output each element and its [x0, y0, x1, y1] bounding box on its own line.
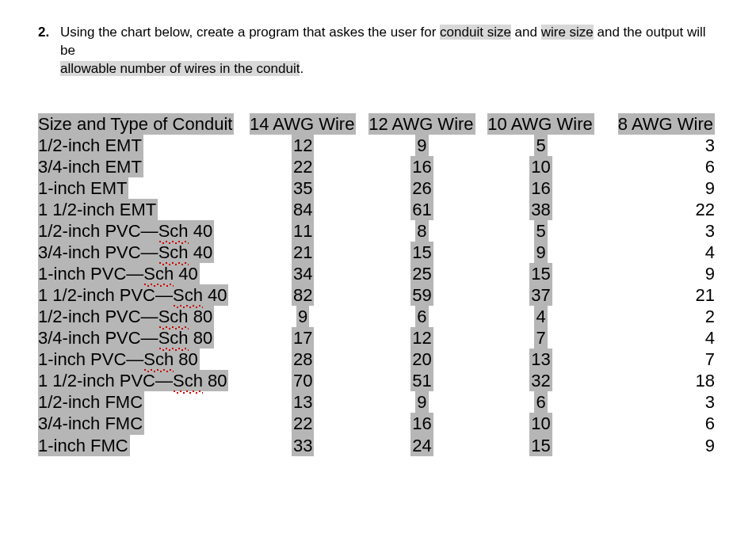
- cell-value: 11: [243, 220, 362, 242]
- cell-value: 9: [601, 177, 718, 199]
- header-14awg: 14 AWG Wire: [243, 113, 362, 135]
- cell-value: 6: [481, 391, 600, 413]
- cell-conduit-label: 1/2-inch PVC—Sch 80: [38, 306, 243, 327]
- cell-value: 10: [481, 156, 600, 177]
- table-row: 3/4-inch EMT2216106: [38, 156, 718, 177]
- data-table-wrap: Size and Type of Conduit 14 AWG Wire 12 …: [38, 113, 718, 456]
- cell-value: 6: [601, 413, 718, 434]
- header-12awg: 12 AWG Wire: [362, 113, 481, 135]
- cell-value: 10: [481, 413, 600, 434]
- cell-value: 15: [481, 263, 600, 284]
- cell-value: 17: [243, 327, 362, 349]
- cell-value: 9: [601, 435, 718, 456]
- q-highlight-wire: wire size: [541, 25, 594, 40]
- cell-value: 16: [362, 156, 481, 177]
- cell-value: 6: [601, 156, 718, 177]
- cell-value: 28: [243, 349, 362, 370]
- table-row: 3/4-inch PVC—Sch 40211594: [38, 242, 718, 263]
- q-post: .: [300, 61, 304, 76]
- cell-value: 12: [243, 135, 362, 156]
- table-row: 1-inch PVC—Sch 802820137: [38, 349, 718, 370]
- header-8awg: 8 AWG Wire: [601, 113, 718, 135]
- table-row: 1/2-inch PVC—Sch 809642: [38, 306, 718, 327]
- table-row: 1/2-inch PVC—Sch 4011853: [38, 220, 718, 242]
- cell-value: 26: [362, 177, 481, 199]
- cell-value: 32: [481, 370, 600, 391]
- cell-value: 16: [362, 413, 481, 434]
- table-body: 1/2-inch EMT129533/4-inch EMT22161061-in…: [38, 135, 718, 456]
- cell-value: 16: [481, 177, 600, 199]
- cell-conduit-label: 1-inch EMT: [38, 177, 243, 199]
- cell-value: 33: [243, 435, 362, 456]
- q-pre: Using the chart below, create a program …: [60, 25, 440, 40]
- cell-value: 25: [362, 263, 481, 284]
- cell-conduit-label: 1 1/2-inch PVC—Sch 80: [38, 370, 243, 391]
- cell-value: 84: [243, 199, 362, 220]
- table-row: 1/2-inch EMT12953: [38, 135, 718, 156]
- table-row: 3/4-inch PVC—Sch 80171274: [38, 327, 718, 349]
- cell-value: 12: [362, 327, 481, 349]
- cell-value: 3: [601, 391, 718, 413]
- table-row: 3/4-inch FMC2216106: [38, 413, 718, 434]
- cell-value: 51: [362, 370, 481, 391]
- cell-value: 4: [601, 327, 718, 349]
- cell-value: 15: [481, 435, 600, 456]
- cell-value: 22: [243, 156, 362, 177]
- cell-value: 5: [481, 135, 600, 156]
- q-highlight-conduit: conduit size: [440, 25, 511, 40]
- cell-value: 7: [601, 349, 718, 370]
- header-conduit: Size and Type of Conduit: [38, 113, 243, 135]
- cell-value: 8: [362, 220, 481, 242]
- cell-value: 22: [601, 199, 718, 220]
- cell-conduit-label: 1/2-inch EMT: [38, 135, 243, 156]
- cell-value: 82: [243, 284, 362, 306]
- cell-conduit-label: 1-inch PVC—Sch 40: [38, 263, 243, 284]
- cell-value: 9: [481, 242, 600, 263]
- cell-conduit-label: 3/4-inch PVC—Sch 80: [38, 327, 243, 349]
- header-10awg: 10 AWG Wire: [481, 113, 600, 135]
- table-row: 1 1/2-inch PVC—Sch 8070513218: [38, 370, 718, 391]
- cell-conduit-label: 3/4-inch PVC—Sch 40: [38, 242, 243, 263]
- cell-value: 22: [243, 413, 362, 434]
- q-highlight-output: allowable number of wires in the conduit: [60, 61, 300, 76]
- question-text: Using the chart below, create a program …: [60, 24, 718, 78]
- cell-value: 9: [362, 135, 481, 156]
- cell-value: 35: [243, 177, 362, 199]
- cell-value: 9: [362, 391, 481, 413]
- cell-value: 18: [601, 370, 718, 391]
- cell-value: 7: [481, 327, 600, 349]
- cell-conduit-label: 1 1/2-inch PVC—Sch 40: [38, 284, 243, 306]
- cell-value: 4: [601, 242, 718, 263]
- cell-value: 15: [362, 242, 481, 263]
- cell-value: 61: [362, 199, 481, 220]
- cell-conduit-label: 3/4-inch EMT: [38, 156, 243, 177]
- cell-conduit-label: 1-inch PVC—Sch 80: [38, 349, 243, 370]
- table-row: 1-inch EMT3526169: [38, 177, 718, 199]
- cell-value: 6: [362, 306, 481, 327]
- cell-value: 20: [362, 349, 481, 370]
- cell-value: 21: [601, 284, 718, 306]
- cell-value: 21: [243, 242, 362, 263]
- cell-value: 70: [243, 370, 362, 391]
- question-number: 2.: [38, 24, 60, 78]
- cell-value: 59: [362, 284, 481, 306]
- table-row: 1 1/2-inch EMT84613822: [38, 199, 718, 220]
- table-row: 1-inch PVC—Sch 403425159: [38, 263, 718, 284]
- cell-value: 3: [601, 220, 718, 242]
- cell-value: 4: [481, 306, 600, 327]
- question-block: 2. Using the chart below, create a progr…: [38, 24, 718, 78]
- cell-value: 9: [243, 306, 362, 327]
- cell-value: 34: [243, 263, 362, 284]
- q-mid1: and: [511, 25, 541, 40]
- cell-value: 13: [243, 391, 362, 413]
- cell-value: 3: [601, 135, 718, 156]
- cell-conduit-label: 1/2-inch PVC—Sch 40: [38, 220, 243, 242]
- table-header-row: Size and Type of Conduit 14 AWG Wire 12 …: [38, 113, 718, 135]
- table-row: 1/2-inch FMC13963: [38, 391, 718, 413]
- cell-value: 24: [362, 435, 481, 456]
- cell-conduit-label: 1/2-inch FMC: [38, 391, 243, 413]
- conduit-table: Size and Type of Conduit 14 AWG Wire 12 …: [38, 113, 718, 456]
- table-row: 1 1/2-inch PVC—Sch 4082593721: [38, 284, 718, 306]
- cell-value: 9: [601, 263, 718, 284]
- cell-conduit-label: 3/4-inch FMC: [38, 413, 243, 434]
